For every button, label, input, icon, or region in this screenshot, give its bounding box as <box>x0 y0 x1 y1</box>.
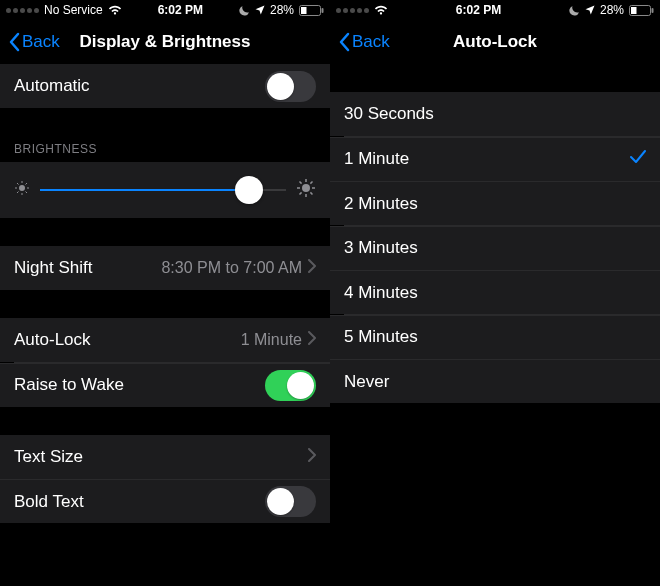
chevron-left-icon <box>8 32 20 52</box>
auto-lock-label: Auto-Lock <box>14 330 241 350</box>
auto-lock-value: 1 Minute <box>241 331 302 349</box>
text-size-label: Text Size <box>14 447 308 467</box>
chevron-right-icon <box>308 258 316 278</box>
auto-lock-option[interactable]: 30 Seconds <box>330 92 660 136</box>
auto-lock-option[interactable]: 2 Minutes <box>330 181 660 225</box>
option-label: 5 Minutes <box>344 327 646 347</box>
do-not-disturb-icon <box>569 5 580 16</box>
status-right: 28% <box>569 3 654 17</box>
chevron-left-icon <box>338 32 350 52</box>
night-shift-label: Night Shift <box>14 258 161 278</box>
brightness-slider-row <box>0 162 330 218</box>
status-time: 6:02 PM <box>388 3 569 17</box>
back-label: Back <box>22 32 60 52</box>
location-icon <box>585 5 595 15</box>
raise-to-wake-toggle[interactable] <box>265 370 316 401</box>
svg-line-19 <box>300 192 302 194</box>
group-lock-wake: Auto-Lock 1 Minute Raise to Wake <box>0 318 330 407</box>
status-left: No Service <box>6 3 122 17</box>
option-label: 2 Minutes <box>344 194 646 214</box>
auto-lock-option[interactable]: 4 Minutes <box>330 270 660 314</box>
status-bar: 6:02 PM 28% <box>330 0 660 20</box>
signal-dots-icon <box>336 8 369 13</box>
status-bar: No Service 6:02 PM 28% <box>0 0 330 20</box>
do-not-disturb-icon <box>239 5 250 16</box>
battery-icon <box>629 5 654 16</box>
svg-point-3 <box>19 185 25 191</box>
carrier-label: No Service <box>44 3 103 17</box>
battery-icon <box>299 5 324 16</box>
status-right: 28% <box>239 3 324 17</box>
row-raise-to-wake[interactable]: Raise to Wake <box>0 363 330 407</box>
auto-lock-option[interactable]: 5 Minutes <box>330 315 660 359</box>
option-label: 1 Minute <box>344 149 630 169</box>
chevron-right-icon <box>308 330 316 350</box>
night-shift-value: 8:30 PM to 7:00 AM <box>161 259 302 277</box>
signal-dots-icon <box>6 8 39 13</box>
option-label: Never <box>344 372 646 392</box>
svg-line-11 <box>26 183 28 185</box>
status-left <box>336 5 388 15</box>
bold-text-label: Bold Text <box>14 492 265 512</box>
group-brightness: BRIGHTNESS <box>0 136 330 218</box>
svg-line-20 <box>310 182 312 184</box>
location-icon <box>255 5 265 15</box>
option-label: 30 Seconds <box>344 104 646 124</box>
svg-rect-1 <box>301 7 307 14</box>
back-label: Back <box>352 32 390 52</box>
row-automatic[interactable]: Automatic <box>0 64 330 108</box>
row-night-shift[interactable]: Night Shift 8:30 PM to 7:00 AM <box>0 246 330 290</box>
bold-text-toggle[interactable] <box>265 486 316 517</box>
battery-percent: 28% <box>600 3 624 17</box>
sun-large-icon <box>296 178 316 202</box>
brightness-slider[interactable] <box>40 175 286 205</box>
row-text-size[interactable]: Text Size <box>0 435 330 479</box>
svg-point-12 <box>302 184 310 192</box>
battery-percent: 28% <box>270 3 294 17</box>
checkmark-icon <box>630 149 646 169</box>
svg-rect-22 <box>631 7 637 14</box>
wifi-icon <box>374 5 388 15</box>
svg-line-9 <box>26 192 28 194</box>
auto-lock-option[interactable]: 1 Minute <box>330 137 660 181</box>
back-button[interactable]: Back <box>338 32 390 52</box>
chevron-right-icon <box>308 447 316 467</box>
raise-to-wake-label: Raise to Wake <box>14 375 265 395</box>
back-button[interactable]: Back <box>8 32 60 52</box>
screen-display-brightness: No Service 6:02 PM 28% Back Display & Br… <box>0 0 330 586</box>
group-night-shift: Night Shift 8:30 PM to 7:00 AM <box>0 246 330 290</box>
svg-line-10 <box>17 192 19 194</box>
svg-line-8 <box>17 183 19 185</box>
wifi-icon <box>108 5 122 15</box>
auto-lock-option[interactable]: Never <box>330 359 660 403</box>
screen-auto-lock: 6:02 PM 28% Back Auto-Lock 30 Seconds1 M… <box>330 0 660 586</box>
status-time: 6:02 PM <box>122 3 239 17</box>
svg-line-17 <box>300 182 302 184</box>
svg-line-18 <box>310 192 312 194</box>
row-bold-text[interactable]: Bold Text <box>0 479 330 523</box>
group-text: Text Size Bold Text <box>0 435 330 524</box>
option-label: 3 Minutes <box>344 238 646 258</box>
option-label: 4 Minutes <box>344 283 646 303</box>
sun-small-icon <box>14 180 30 200</box>
svg-rect-23 <box>652 8 654 13</box>
automatic-label: Automatic <box>14 76 265 96</box>
svg-rect-2 <box>322 8 324 13</box>
group-automatic: Automatic <box>0 64 330 108</box>
row-auto-lock[interactable]: Auto-Lock 1 Minute <box>0 318 330 362</box>
auto-lock-options: 30 Seconds1 Minute2 Minutes3 Minutes4 Mi… <box>330 92 660 403</box>
automatic-toggle[interactable] <box>265 71 316 102</box>
nav-bar: Back Display & Brightness <box>0 20 330 64</box>
nav-bar: Back Auto-Lock <box>330 20 660 64</box>
brightness-header: BRIGHTNESS <box>0 136 330 162</box>
auto-lock-option[interactable]: 3 Minutes <box>330 226 660 270</box>
